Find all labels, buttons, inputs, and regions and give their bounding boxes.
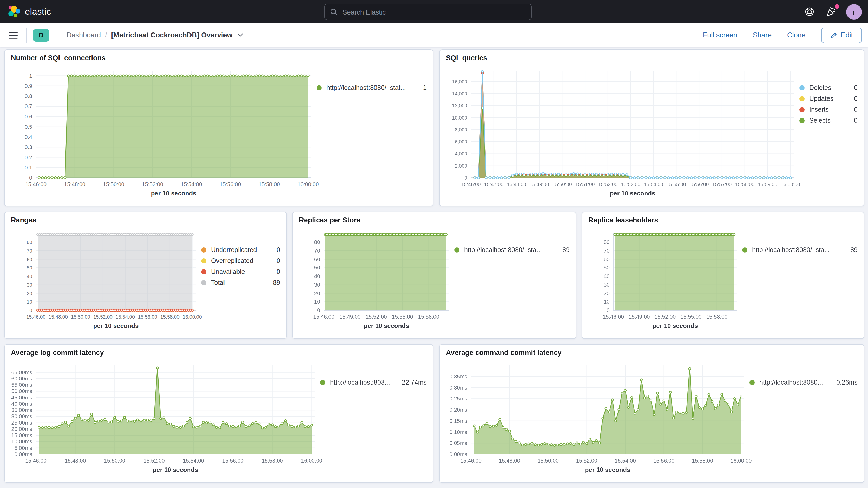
panel-title: Ranges xyxy=(11,216,36,224)
svg-text:4,000: 4,000 xyxy=(455,151,467,156)
legend-item-deletes[interactable]: Deletes0 xyxy=(799,84,858,91)
legend-label: http://localhost:8080/_sta... xyxy=(752,246,830,254)
svg-text:15.00ms: 15.00ms xyxy=(11,432,32,438)
chart-legend: Underreplicated0Overreplicated0Unavailab… xyxy=(201,225,280,334)
edit-button[interactable]: Edit xyxy=(821,27,862,43)
svg-text:80: 80 xyxy=(604,239,610,245)
elastic-logo-icon xyxy=(7,5,21,19)
search-bar[interactable] xyxy=(324,4,532,20)
svg-text:per 10 seconds: per 10 seconds xyxy=(653,322,698,329)
legend-item-http-localhost-8080-[interactable]: http://localhost:8080...0.26ms xyxy=(749,379,858,386)
legend-item-http-localhost-8080-sta-[interactable]: http://localhost:8080/_sta...89 xyxy=(742,246,858,254)
panel-avg-command-commit-latency[interactable]: Average command commit latency 0.00ms0.0… xyxy=(439,344,864,483)
legend-item-http-localhost-808-[interactable]: http://localhost:808...22.74ms xyxy=(320,379,427,386)
svg-text:15:56:00: 15:56:00 xyxy=(138,314,157,319)
chart-replica-leaseholders: 0102030405060708015:46:0015:49:0015:52:0… xyxy=(587,225,742,334)
title-caret-button[interactable] xyxy=(238,33,243,37)
svg-text:15:49:00: 15:49:00 xyxy=(530,182,549,187)
panel-title: SQL queries xyxy=(446,54,487,62)
svg-text:15:50:00: 15:50:00 xyxy=(103,181,124,187)
svg-text:15:50:00: 15:50:00 xyxy=(537,458,559,464)
svg-text:15:46:00: 15:46:00 xyxy=(461,182,481,187)
chart-legend: http://localhost:8080/_sta...89 xyxy=(454,225,570,334)
legend-label: Unavailable xyxy=(211,268,245,275)
svg-text:per 10 seconds: per 10 seconds xyxy=(93,322,139,329)
svg-text:25.00ms: 25.00ms xyxy=(11,420,32,426)
svg-text:16:00:00: 16:00:00 xyxy=(731,458,752,464)
legend-label: http://localhost:808... xyxy=(330,379,390,386)
svg-text:30: 30 xyxy=(27,282,32,288)
panel-number-of-sql-connections[interactable]: Number of SQL connections 00.10.20.30.40… xyxy=(4,49,433,206)
svg-text:0.6: 0.6 xyxy=(25,114,32,120)
svg-text:10: 10 xyxy=(314,299,320,305)
svg-text:15:54:00: 15:54:00 xyxy=(183,458,204,464)
chart-legend: http://localhost:8080...0.26ms xyxy=(749,358,858,478)
chart-ranges: 0102030405060708015:46:0015:48:0015:50:0… xyxy=(10,225,201,334)
legend-item-overreplicated[interactable]: Overreplicated0 xyxy=(201,257,280,265)
header-right-actions: r xyxy=(803,0,868,23)
svg-text:40: 40 xyxy=(314,273,320,279)
svg-text:12,000: 12,000 xyxy=(452,103,467,109)
svg-text:15:58:00: 15:58:00 xyxy=(160,314,180,319)
svg-text:15:55:00: 15:55:00 xyxy=(666,182,686,187)
svg-text:40: 40 xyxy=(604,273,610,279)
breadcrumb: Dashboard / [Metricbeat CockroachDB] Ove… xyxy=(66,31,243,39)
svg-text:15:50:00: 15:50:00 xyxy=(553,182,572,187)
svg-text:60: 60 xyxy=(604,256,610,262)
svg-text:15:56:00: 15:56:00 xyxy=(689,182,709,187)
user-avatar[interactable]: r xyxy=(846,4,862,20)
svg-text:15:54:00: 15:54:00 xyxy=(116,314,135,319)
panel-ranges[interactable]: Ranges 0102030405060708015:46:0015:48:00… xyxy=(4,212,287,339)
legend-item-total[interactable]: Total89 xyxy=(201,279,280,286)
series-color-dot xyxy=(454,247,460,252)
panel-sql-queries[interactable]: SQL queries 02,0004,0006,0008,00010,0001… xyxy=(439,49,864,206)
legend-label: http://localhost:8080... xyxy=(760,379,823,386)
chart-replicas-per-store: 0102030405060708015:46:0015:49:0015:52:0… xyxy=(298,225,454,334)
share-button[interactable]: Share xyxy=(753,31,772,39)
toolbar-separator xyxy=(26,27,27,43)
legend-item-http-localhost-8080-stat-[interactable]: http://localhost:8080/_stat...1 xyxy=(316,84,427,91)
svg-text:15:52:00: 15:52:00 xyxy=(366,314,387,319)
svg-text:15:54:00: 15:54:00 xyxy=(181,181,202,187)
full-screen-button[interactable]: Full screen xyxy=(703,31,737,39)
menu-button[interactable] xyxy=(5,27,21,43)
svg-text:15:58:00: 15:58:00 xyxy=(692,458,713,464)
legend-item-inserts[interactable]: Inserts0 xyxy=(799,106,858,113)
svg-text:15:52:00: 15:52:00 xyxy=(144,458,165,464)
elastic-logo[interactable]: elastic xyxy=(0,5,51,19)
clone-button[interactable]: Clone xyxy=(787,31,806,39)
legend-item-updates[interactable]: Updates0 xyxy=(799,95,858,102)
series-color-dot xyxy=(742,247,747,252)
panel-replica-leaseholders[interactable]: Replica leaseholders 0102030405060708015… xyxy=(582,212,864,339)
page-title: [Metricbeat CockroachDB] Overview xyxy=(111,31,232,39)
svg-text:0: 0 xyxy=(29,308,32,313)
svg-text:30: 30 xyxy=(314,282,320,288)
svg-text:1: 1 xyxy=(29,73,32,79)
svg-text:15:53:00: 15:53:00 xyxy=(621,182,640,187)
toolbar-separator xyxy=(55,27,55,43)
svg-text:5.00ms: 5.00ms xyxy=(14,445,32,451)
svg-text:15:50:00: 15:50:00 xyxy=(71,314,90,319)
panel-replicas-per-store[interactable]: Replicas per Store 0102030405060708015:4… xyxy=(292,212,577,339)
legend-item-unavailable[interactable]: Unavailable0 xyxy=(201,268,280,275)
legend-item-selects[interactable]: Selects0 xyxy=(799,117,858,124)
legend-item-http-localhost-8080-sta-[interactable]: http://localhost:8080/_sta...89 xyxy=(454,246,570,254)
svg-text:15:47:00: 15:47:00 xyxy=(484,182,503,187)
search-input[interactable] xyxy=(341,7,515,17)
svg-text:15:56:00: 15:56:00 xyxy=(222,458,244,464)
series-color-dot xyxy=(799,96,805,101)
breadcrumb-dashboard-link[interactable]: Dashboard xyxy=(66,31,101,39)
whats-new-button[interactable] xyxy=(824,5,838,19)
help-button[interactable] xyxy=(803,5,816,19)
legend-item-underreplicated[interactable]: Underreplicated0 xyxy=(201,246,280,254)
dashboard-toolbar: D Dashboard / [Metricbeat CockroachDB] O… xyxy=(0,23,868,47)
space-badge[interactable]: D xyxy=(33,29,50,41)
svg-text:70: 70 xyxy=(27,248,32,254)
svg-text:45.00ms: 45.00ms xyxy=(11,394,32,400)
svg-text:15:48:00: 15:48:00 xyxy=(49,314,68,319)
series-color-dot xyxy=(749,380,755,385)
svg-text:0.2: 0.2 xyxy=(25,154,32,160)
panel-avg-log-commit-latency[interactable]: Average log commit latency 0.00ms5.00ms1… xyxy=(4,344,433,483)
svg-text:16:00:00: 16:00:00 xyxy=(781,182,800,187)
svg-text:0.7: 0.7 xyxy=(25,103,32,109)
